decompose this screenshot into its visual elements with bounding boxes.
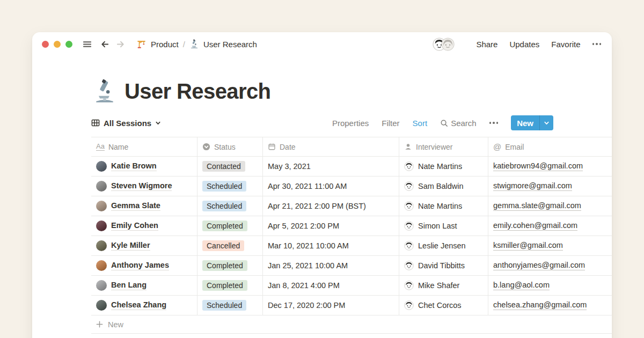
email-cell[interactable]: ksmiller@gmail.com bbox=[488, 236, 612, 255]
email-cell[interactable]: chelsea.zhang@gmail.com bbox=[488, 296, 612, 315]
search-button[interactable]: Search bbox=[440, 119, 477, 128]
status-cell[interactable]: Completed bbox=[197, 216, 263, 236]
date-cell[interactable]: May 3, 2021 bbox=[263, 157, 399, 176]
row-name[interactable]: Gemma Slate bbox=[111, 201, 160, 211]
share-button[interactable]: Share bbox=[476, 40, 497, 49]
date-cell[interactable]: Dec 17, 2020 2:00 PM bbox=[263, 296, 399, 315]
name-cell[interactable]: Chelsea Zhang bbox=[91, 296, 197, 315]
status-badge[interactable]: Completed bbox=[202, 280, 247, 291]
page-title[interactable]: User Research bbox=[125, 79, 270, 104]
email-link[interactable]: anthonyjames@gmail.com bbox=[493, 261, 585, 270]
name-cell[interactable]: Ben Lang bbox=[91, 276, 197, 295]
breadcrumb-product[interactable]: Product bbox=[151, 40, 179, 49]
email-link[interactable]: emily.cohen@gmail.com bbox=[493, 221, 577, 231]
row-name[interactable]: Ben Lang bbox=[111, 281, 147, 290]
date-cell[interactable]: Jan 25, 2021 10:00 AM bbox=[263, 256, 399, 275]
name-cell[interactable]: Kyle Miller bbox=[91, 236, 197, 255]
updates-button[interactable]: Updates bbox=[509, 40, 539, 49]
forward-icon[interactable] bbox=[115, 39, 126, 49]
close-window-button[interactable] bbox=[42, 41, 49, 48]
properties-button[interactable]: Properties bbox=[332, 119, 369, 128]
new-entry-button[interactable]: New bbox=[511, 115, 539, 130]
status-cell[interactable]: Scheduled bbox=[197, 177, 263, 196]
interviewer-cell[interactable]: David Tibbitts bbox=[399, 256, 488, 275]
status-badge[interactable]: Scheduled bbox=[202, 181, 246, 192]
name-cell[interactable]: Steven Wigmore bbox=[91, 177, 197, 196]
date-cell[interactable]: Jan 8, 2021 4:00 PM bbox=[263, 276, 399, 295]
status-badge[interactable]: Contacted bbox=[202, 161, 245, 172]
email-link[interactable]: chelsea.zhang@gmail.com bbox=[493, 300, 587, 310]
breadcrumb-page[interactable]: User Research bbox=[203, 40, 257, 49]
status-badge[interactable]: Scheduled bbox=[202, 300, 246, 311]
sort-button[interactable]: Sort bbox=[413, 119, 428, 128]
viewer-avatars[interactable] bbox=[433, 38, 455, 51]
interviewer-cell[interactable]: Leslie Jensen bbox=[399, 236, 488, 255]
email-link[interactable]: ksmiller@gmail.com bbox=[493, 241, 563, 251]
avatar bbox=[96, 300, 107, 311]
interviewer-cell[interactable]: Nate Martins bbox=[399, 157, 488, 176]
sidebar-menu-icon[interactable] bbox=[82, 39, 92, 49]
name-cell[interactable]: Gemma Slate bbox=[91, 196, 197, 216]
status-badge[interactable]: Completed bbox=[202, 221, 247, 231]
avatar bbox=[96, 161, 107, 172]
interviewer-cell[interactable]: Mike Shafer bbox=[399, 276, 488, 295]
interviewer-cell[interactable]: Chet Corcos bbox=[399, 296, 488, 315]
email-link[interactable]: katiebrown94@gmail.com bbox=[493, 161, 583, 171]
add-row-button[interactable]: New bbox=[91, 315, 612, 334]
row-name[interactable]: Kyle Miller bbox=[111, 241, 150, 251]
status-cell[interactable]: Scheduled bbox=[197, 196, 263, 216]
avatar bbox=[96, 221, 107, 231]
view-selector[interactable]: All Sessions bbox=[91, 119, 161, 128]
status-cell[interactable]: Cancelled bbox=[197, 236, 263, 255]
email-cell[interactable]: stwigmore@gmail.com bbox=[488, 177, 612, 196]
row-name[interactable]: Chelsea Zhang bbox=[111, 300, 166, 310]
email-cell[interactable]: katiebrown94@gmail.com bbox=[488, 157, 612, 176]
interviewer-cell[interactable]: Simon Last bbox=[399, 216, 488, 236]
date-cell[interactable]: Apr 5, 2021 2:00 PM bbox=[263, 216, 399, 236]
row-name[interactable]: Anthony James bbox=[111, 261, 169, 270]
favorite-button[interactable]: Favorite bbox=[551, 40, 580, 49]
select-icon bbox=[202, 143, 210, 151]
email-cell[interactable]: gemma.slate@gmail.com bbox=[488, 196, 612, 216]
status-badge[interactable]: Cancelled bbox=[202, 240, 244, 251]
minimize-window-button[interactable] bbox=[54, 41, 61, 48]
interviewer-cell[interactable]: Sam Baldwin bbox=[399, 177, 488, 196]
email-link[interactable]: gemma.slate@gmail.com bbox=[493, 201, 581, 211]
status-cell[interactable]: Contacted bbox=[197, 157, 263, 176]
status-cell[interactable]: Scheduled bbox=[197, 296, 263, 315]
filter-button[interactable]: Filter bbox=[382, 119, 399, 128]
view-bar: All Sessions Properties Filter Sort Sear… bbox=[91, 115, 553, 131]
email-cell[interactable]: anthonyjames@gmail.com bbox=[488, 256, 612, 275]
column-header-name[interactable]: Aa Name bbox=[91, 137, 197, 156]
column-header-date[interactable]: Date bbox=[263, 137, 399, 156]
status-badge[interactable]: Completed bbox=[202, 260, 247, 271]
more-options-icon[interactable] bbox=[592, 43, 602, 45]
row-name[interactable]: Emily Cohen bbox=[111, 221, 158, 231]
email-cell[interactable]: emily.cohen@gmail.com bbox=[488, 216, 612, 236]
status-badge[interactable]: Scheduled bbox=[202, 201, 246, 211]
interviewer-cell[interactable]: Nate Martins bbox=[399, 196, 488, 216]
back-icon[interactable] bbox=[100, 39, 110, 49]
new-entry-dropdown[interactable] bbox=[539, 115, 553, 130]
email-link[interactable]: b.lang@aol.com bbox=[493, 281, 550, 290]
name-cell[interactable]: Anthony James bbox=[91, 256, 197, 275]
email-cell[interactable]: b.lang@aol.com bbox=[488, 276, 612, 295]
microscope-icon[interactable] bbox=[92, 79, 117, 104]
status-cell[interactable]: Completed bbox=[197, 256, 263, 275]
view-more-icon[interactable] bbox=[489, 122, 499, 124]
name-cell[interactable]: Emily Cohen bbox=[91, 216, 197, 236]
name-cell[interactable]: Katie Brown bbox=[91, 157, 197, 176]
row-name[interactable]: Steven Wigmore bbox=[111, 181, 172, 191]
add-row-label: New bbox=[108, 320, 123, 329]
column-header-interviewer[interactable]: Interviewer bbox=[399, 137, 488, 156]
date-cell[interactable]: Apr 30, 2021 11:00 AM bbox=[263, 177, 399, 196]
row-name[interactable]: Katie Brown bbox=[111, 161, 157, 171]
zoom-window-button[interactable] bbox=[65, 41, 72, 48]
date-cell[interactable]: Mar 10, 2021 10:00 AM bbox=[263, 236, 399, 255]
table-row: Kyle Miller Cancelled Mar 10, 2021 10:00… bbox=[91, 236, 612, 256]
status-cell[interactable]: Completed bbox=[197, 276, 263, 295]
date-cell[interactable]: Apr 21, 2021 2:00 PM (BST) bbox=[263, 196, 399, 216]
email-link[interactable]: stwigmore@gmail.com bbox=[493, 181, 572, 191]
column-header-status[interactable]: Status bbox=[197, 137, 263, 156]
column-header-email[interactable]: @ Email bbox=[488, 137, 612, 156]
